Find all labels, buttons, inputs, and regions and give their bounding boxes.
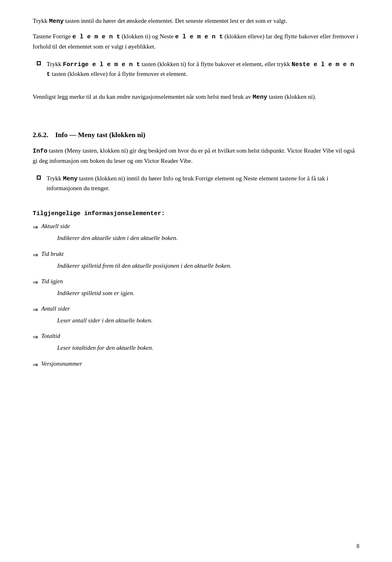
label-aktuell-side: Aktuell side	[41, 223, 70, 230]
page-number: 8	[356, 543, 359, 550]
info-paragraph-1: Info tasten (Meny tasten, klokken ni) gi…	[33, 146, 359, 166]
list-item-tid-igjen: ⇒ Tid igjen	[33, 278, 359, 286]
bullet-item-1: Trykk Forrige e l e m e n t tasten (klok…	[33, 60, 359, 80]
label-antall-sider: Antall sider	[41, 305, 70, 312]
list-item-aktuell-side: ⇒ Aktuell side	[33, 223, 359, 231]
list-item-antall-sider: ⇒ Antall sider	[33, 305, 359, 313]
arrow-icon-5: ⇒	[33, 333, 38, 341]
list-item-tid-brukt: ⇒ Tid brukt	[33, 251, 359, 259]
desc-tid-brukt: Indikerer spilletid frem til den aktuell…	[57, 261, 359, 271]
list-item-totaltid: ⇒ Totaltid	[33, 333, 359, 341]
desc-totaltid: Leser totaltiden for den aktuelle boken.	[57, 343, 359, 353]
paragraph-2: Tastene Forrige e l e m e n t (klokken t…	[33, 32, 359, 51]
bullet-item-2: Trykk Meny tasten (klokken ni) inntil du…	[33, 174, 359, 193]
paragraph-3: Vennligst legg merke til at du kan endre…	[33, 92, 359, 102]
arrow-icon-6: ⇒	[33, 361, 38, 369]
desc-antall-sider: Leser antall sider i den aktuelle boken.	[57, 316, 359, 325]
section-title: Info — Meny tast (klokken ni)	[55, 131, 145, 139]
label-totaltid: Totaltid	[41, 333, 60, 340]
section-heading: 2.6.2. Info — Meny tast (klokken ni)	[33, 130, 359, 140]
list-item-versjonsnummer: ⇒ Versjonsnummer	[33, 360, 359, 369]
arrow-icon-3: ⇒	[33, 278, 38, 286]
desc-tid-igjen: Indikerer spilletid som er igjen.	[57, 289, 359, 298]
label-versjonsnummer: Versjonsnummer	[41, 360, 82, 367]
arrow-icon-1: ⇒	[33, 223, 38, 231]
paragraph-1: Trykk Meny tasten inntil du hører det øn…	[33, 16, 359, 26]
page-content: Trykk Meny tasten inntil du hører det øn…	[33, 16, 359, 369]
section-number: 2.6.2.	[33, 131, 48, 139]
bullet-icon-2	[37, 175, 41, 180]
arrow-icon-2: ⇒	[33, 251, 38, 259]
desc-aktuell-side: Indikerer den aktuelle siden i den aktue…	[57, 233, 359, 243]
bullet-icon	[37, 61, 41, 65]
info-word: Info	[33, 148, 47, 155]
arrow-icon-4: ⇒	[33, 306, 38, 313]
bullet-text-1: Trykk Forrige e l e m e n t tasten (klok…	[47, 60, 359, 80]
bullet-text-2: Trykk Meny tasten (klokken ni) inntil du…	[47, 174, 359, 193]
label-tid-brukt: Tid brukt	[41, 251, 64, 258]
label-tid-igjen: Tid igjen	[41, 278, 63, 285]
available-heading: Tilgjengelige informasjonselementer:	[33, 210, 359, 217]
